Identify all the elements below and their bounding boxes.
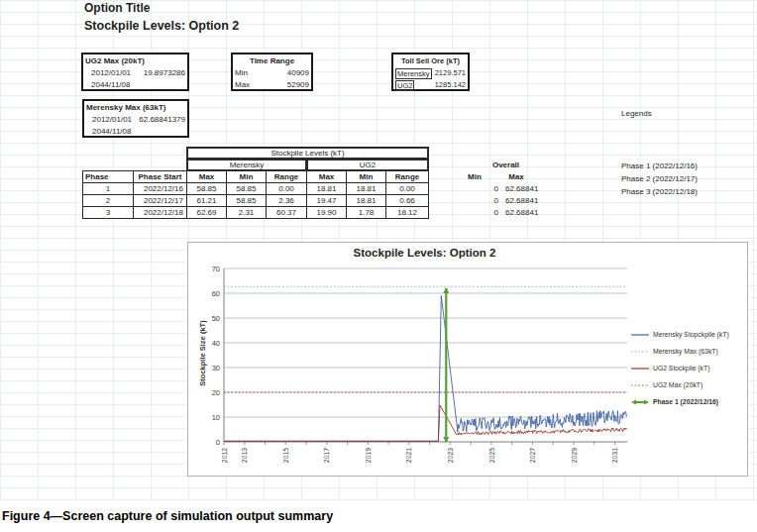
time-range-max-value: 52909 [287, 79, 309, 91]
toll-ug2-value: 1285.142 [435, 79, 466, 91]
legend-label: Merensky Stopckpile (kT) [653, 331, 729, 339]
overall-max-value: 62.68841 [505, 208, 547, 217]
y-tick-label: 70 [212, 265, 220, 273]
toll-merensky-value: 2129.571 [435, 67, 466, 79]
time-range-min-value: 40909 [287, 67, 309, 79]
x-tick-label: 2013 [241, 448, 248, 463]
table-cell-phase-start[interactable]: 2022/12/18 [133, 206, 187, 219]
overall-max-value: 62.68841 [505, 184, 547, 193]
overall-min-value: 0 [466, 196, 498, 205]
legend-label: UG2 Stockpile (kT) [653, 365, 709, 372]
x-tick-label: 2027 [529, 448, 536, 463]
ug2-max-date1: 2012/01/01 [85, 67, 131, 79]
overall-max-value: 62.68841 [505, 196, 547, 205]
figure-caption: Figure 4—Screen capture of simulation ou… [2, 509, 333, 523]
x-tick-label: 2019 [365, 448, 372, 463]
phase-legend-item: Phase 1 (2022/12/16) [621, 161, 698, 170]
time-range-min-label: Min [235, 67, 248, 79]
x-tick-label: 2023 [447, 448, 454, 463]
merensky-max-date2: 2044/11/08 [86, 126, 131, 138]
x-tick-label: 2015 [282, 448, 289, 463]
phase-marker-arrow [443, 287, 449, 293]
time-range-box: Time Range Min 40909 Max 52909 [231, 53, 313, 91]
toll-merensky-cell[interactable]: Merensky [395, 68, 432, 79]
ug2-max-value: 19.8973286 [144, 67, 185, 79]
overall-min-value: 0 [466, 184, 498, 193]
phase-legend-item: Phase 3 (2022/12/18) [621, 187, 698, 196]
time-range-header: Time Range [235, 55, 309, 67]
merensky-max-value: 62.68841379 [139, 114, 185, 126]
phase-legend-item: Phase 2 (2022/12/17) [621, 174, 698, 183]
x-tick-label: 2025 [488, 448, 495, 463]
overall-min-value: 0 [466, 208, 498, 217]
x-tick-label: 2021 [405, 448, 412, 463]
legend-arrow [644, 400, 649, 405]
series-line [224, 405, 627, 441]
toll-ug2-cell[interactable]: UG2 [395, 80, 414, 91]
toll-sell-ore-box: Toll Sell Ore (kT) Merensky 2129.571 UG2… [391, 53, 470, 91]
option-title: Option Title [84, 1, 150, 15]
table-cell[interactable]: 1.78 [346, 206, 386, 219]
y-tick-label: 10 [212, 413, 220, 422]
chart-title: Stockpile Levels: Option 2 [223, 247, 626, 259]
stockpile-chart: 0102030405060702012201320152017201920212… [188, 243, 747, 476]
y-tick-label: 20 [212, 388, 220, 397]
x-tick-label: 2012 [221, 448, 228, 463]
legend-label: Merensky Max (63kT) [653, 348, 718, 356]
table-cell[interactable]: 60.37 [266, 206, 307, 219]
x-tick-label: 2029 [571, 448, 578, 463]
table-cell[interactable]: 2.31 [226, 206, 267, 219]
table-cell[interactable]: 18.12 [385, 206, 429, 219]
time-range-max-label: Max [235, 79, 250, 91]
table-cell-phase[interactable]: 3 [82, 206, 134, 219]
merensky-max-box: Merensky Max (63kT) 2012/01/01 62.688413… [82, 99, 189, 138]
merensky-max-date1: 2012/01/01 [86, 114, 132, 126]
overall-max-label: Max [501, 172, 531, 181]
legend-label: Phase 1 (2022/12/16) [653, 398, 718, 406]
y-tick-label: 40 [212, 339, 220, 348]
legend-label: UG2 Max (20kT) [653, 381, 703, 389]
merensky-max-header: Merensky Max (63kT) [86, 102, 185, 114]
table-cell[interactable]: 19.90 [306, 206, 347, 219]
toll-sell-ore-header: Toll Sell Ore (kT) [395, 55, 466, 67]
ug2-max-header: UG2 Max (20kT) [85, 55, 185, 67]
y-tick-label: 0 [216, 438, 220, 447]
y-tick-label: 60 [212, 289, 220, 298]
ug2-max-date2: 2044/11/08 [85, 79, 130, 91]
overall-min-label: Min [464, 172, 486, 181]
x-tick-label: 2031 [611, 448, 618, 463]
legends-label: Legends [621, 109, 652, 118]
y-axis-label: Stockpile Size (kT) [198, 299, 209, 408]
chart-container: 0102030405060702012201320152017201920212… [187, 242, 748, 477]
x-tick-label: 2017 [323, 448, 330, 463]
overall-title: Overall [484, 160, 528, 169]
y-tick-label: 30 [212, 364, 220, 372]
y-tick-label: 50 [212, 314, 220, 323]
ug2-max-box: UG2 Max (20kT) 2012/01/01 19.8973286 204… [81, 53, 189, 91]
series-line [224, 296, 627, 442]
page-title: Stockpile Levels: Option 2 [84, 19, 239, 33]
simulation-output-figure: Option Title Stockpile Levels: Option 2 … [0, 0, 757, 532]
table-cell[interactable]: 62.69 [186, 206, 227, 219]
legend-arrow [631, 400, 636, 405]
